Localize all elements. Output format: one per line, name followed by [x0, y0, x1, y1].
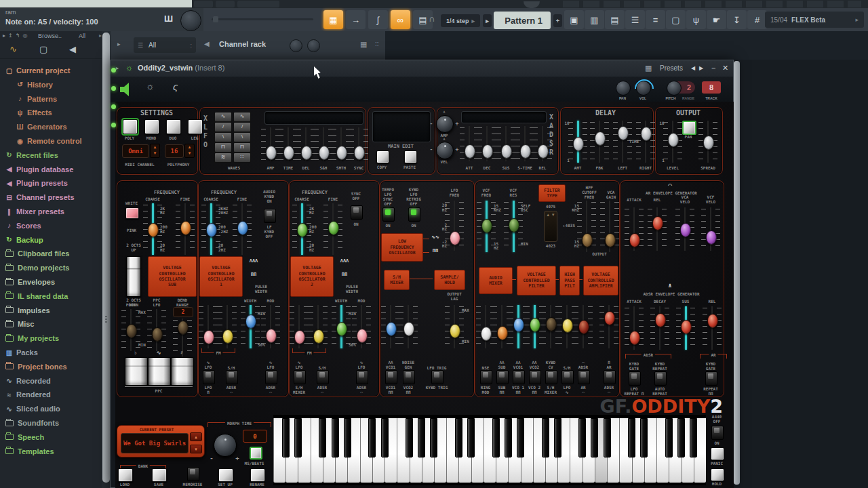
plugin-presets-label[interactable]: Presets — [660, 64, 683, 72]
slider-knob[interactable] — [546, 317, 557, 331]
slider-knob[interactable] — [297, 223, 308, 237]
top-button[interactable] — [194, 1, 213, 7]
adsr-attack-slider[interactable] — [624, 306, 644, 350]
browser-item-clipboard-files[interactable]: Clipboard files — [4, 247, 69, 260]
top-button[interactable] — [237, 1, 279, 7]
ar-release-slider[interactable] — [647, 207, 667, 251]
piano-roll-icon[interactable]: ▤ — [605, 10, 625, 29]
minimize-icon[interactable]: − — [711, 64, 715, 72]
slider-knob[interactable] — [403, 322, 414, 336]
version-display[interactable]: 15/04 FLEX Beta ▸ — [765, 12, 864, 28]
browser-filter[interactable]: All — [79, 33, 85, 39]
adsr-decay-slider[interactable] — [650, 306, 670, 350]
slider-knob[interactable] — [497, 326, 508, 340]
output-level-slider[interactable] — [663, 121, 683, 163]
output-pan-button[interactable] — [682, 121, 696, 135]
slider-knob[interactable] — [680, 223, 691, 237]
browser-search[interactable]: Browse.. — [38, 33, 62, 39]
slider-knob[interactable] — [501, 144, 512, 159]
black-key[interactable] — [604, 418, 611, 458]
slider-knob[interactable] — [703, 136, 714, 150]
plugin-gear-icon[interactable]: ☼ — [125, 63, 133, 73]
main-volume-knob[interactable] — [180, 10, 201, 31]
vco1-fine-slider[interactable] — [232, 203, 252, 255]
vco1-width-slider[interactable]: MIN50% — [240, 305, 260, 348]
slider-knob[interactable] — [513, 318, 524, 332]
pan-knob[interactable] — [616, 81, 631, 96]
rack-knob[interactable] — [307, 39, 320, 52]
hold-button[interactable] — [711, 468, 724, 481]
xlfo-wave-button[interactable]: ∿ — [214, 112, 232, 122]
vca-gain-slider[interactable] — [599, 201, 620, 252]
xadsr-dec-slider[interactable] — [477, 126, 497, 161]
midi-channel-display[interactable]: Omni — [122, 144, 149, 158]
close-icon[interactable]: ✕ — [722, 64, 728, 73]
black-key[interactable] — [344, 418, 351, 458]
wrench-icon[interactable]: ς — [173, 81, 178, 92]
slider-knob[interactable] — [237, 221, 248, 235]
mixer-icon[interactable]: ≡ — [646, 10, 665, 29]
black-key[interactable] — [319, 418, 326, 458]
mix-env-switch[interactable] — [578, 370, 590, 384]
vco1-fm1-slider[interactable] — [198, 305, 218, 348]
xlfo-wave-button[interactable]: ≋ — [214, 152, 232, 163]
slider-knob[interactable] — [222, 329, 233, 344]
vco2-width-slider[interactable]: MIN50% — [331, 305, 351, 348]
pattern-selector[interactable]: Pattern 1 — [494, 12, 551, 29]
pitch-knob[interactable] — [667, 81, 682, 96]
rename-button[interactable] — [250, 468, 265, 482]
polyphony-spinner[interactable]: ▲ ▼ — [184, 144, 195, 158]
black-key[interactable] — [554, 418, 561, 458]
top-knob-partial[interactable] — [524, 1, 540, 8]
browser-item-sliced-audio[interactable]: ∿Sliced audio — [4, 402, 60, 415]
ppc-flat-paddle[interactable] — [125, 357, 148, 386]
midi-input-icon[interactable] — [119, 82, 134, 97]
duo-button[interactable] — [166, 119, 181, 134]
output-lag-slider[interactable]: MAXMIN — [444, 305, 465, 348]
slider-knob[interactable] — [668, 133, 679, 147]
black-key[interactable] — [677, 418, 685, 458]
detached-window-icon[interactable]: ▣ — [564, 10, 584, 29]
xadsr-vel-knob[interactable] — [436, 142, 454, 159]
browser-item-plugin-database[interactable]: ◀Plugin database — [4, 163, 73, 176]
track-badge[interactable]: 8 — [702, 81, 721, 94]
preset-up-button[interactable]: ▲ — [190, 432, 202, 441]
slider-knob[interactable] — [450, 231, 460, 245]
slider-knob[interactable] — [573, 137, 584, 151]
sub-fine-slider[interactable] — [175, 203, 195, 255]
vco2-mod-slider[interactable] — [351, 305, 372, 348]
black-key[interactable] — [467, 418, 475, 458]
vco1-mod-slider[interactable] — [260, 305, 281, 348]
browser-icon[interactable]: ▢ — [666, 10, 686, 29]
sh-source2-switch[interactable] — [403, 370, 415, 384]
xadsr-sus-slider[interactable] — [496, 126, 516, 161]
slider-knob[interactable] — [578, 320, 589, 334]
tempo-lfo-sync-switch[interactable] — [382, 207, 395, 222]
panic-button[interactable] — [711, 447, 724, 460]
browser-item-il-shared-data[interactable]: IL shared data — [4, 289, 68, 303]
sh-mixer-noise-slider[interactable] — [398, 305, 418, 348]
vco1-coarse-slider[interactable]: 2KHZ 20HZ200 .2HZ20 2HZ — [201, 203, 221, 255]
black-key[interactable] — [542, 418, 549, 458]
browser-item-patterns[interactable]: ♪Patterns — [15, 92, 57, 106]
rack-filter-dropdown[interactable]: ☰ All : — [134, 37, 196, 53]
browser-item-recorded[interactable]: ∿Recorded — [4, 374, 51, 388]
vco1-fm1-source-switch[interactable] — [203, 370, 215, 384]
slider-knob[interactable] — [266, 329, 277, 343]
h-slider-handle[interactable] — [213, 16, 218, 22]
browser-item-demo-projects[interactable]: Demo projects — [4, 261, 69, 274]
black-key[interactable] — [406, 418, 413, 458]
channel-led[interactable] — [111, 104, 116, 109]
rack-scrollbar[interactable] — [734, 61, 740, 485]
black-key[interactable] — [492, 418, 500, 458]
browser-item-my-projects[interactable]: My projects — [4, 331, 59, 345]
step-sequencer-toggle[interactable]: ▦ — [323, 10, 343, 29]
ppc-sharp-paddle[interactable] — [171, 357, 194, 386]
adsr-rel-slider[interactable] — [702, 306, 722, 350]
adsr-repeat-switch[interactable] — [654, 371, 667, 386]
audio-settings-icon[interactable]: ☼ — [146, 81, 155, 92]
rack-arrow[interactable]: ▸ — [117, 41, 121, 47]
ppc-vibrato-paddle[interactable] — [148, 357, 171, 386]
channel-led[interactable] — [111, 68, 116, 73]
paste-button[interactable] — [404, 150, 417, 163]
